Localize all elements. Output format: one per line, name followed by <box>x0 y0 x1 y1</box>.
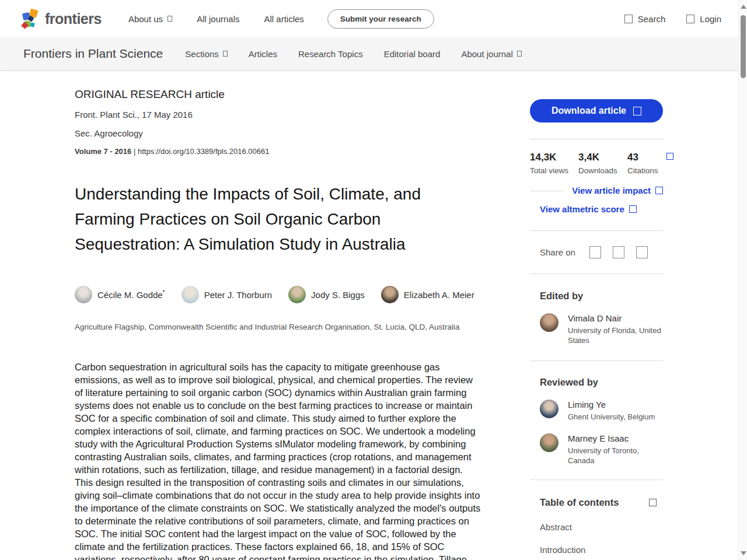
edited-by-heading: Edited by <box>540 290 676 302</box>
divider <box>530 139 663 139</box>
share-row: Share on <box>540 246 676 258</box>
editor-avatar <box>540 313 558 332</box>
reviewer-isaac[interactable]: Marney E Isaac University of Toronto, Ca… <box>540 433 676 466</box>
scrollbar-thumb[interactable] <box>741 15 746 78</box>
abstract-text: Carbon sequestration in agricultural soi… <box>75 360 483 560</box>
share-facebook-icon[interactable] <box>613 246 624 258</box>
metric-value: 43 <box>627 152 662 163</box>
login-button[interactable]: Login <box>686 14 721 24</box>
metric-value: 14,3K <box>530 152 578 163</box>
search-icon <box>624 15 633 23</box>
nav-sections[interactable]: Sections <box>185 49 228 59</box>
author-thorburn[interactable]: Peter J. Thorburn <box>181 286 272 303</box>
metrics-info-icon[interactable] <box>666 153 673 160</box>
author-name: Cécile M. Godde* <box>97 289 165 300</box>
author-godde[interactable]: Cécile M. Godde* <box>75 286 165 303</box>
person-name: Liming Ye <box>568 400 664 410</box>
chevron-down-icon <box>167 16 172 22</box>
external-link-icon <box>629 205 637 213</box>
divider: View article impact <box>530 191 663 191</box>
article-type-label: ORIGINAL RESEARCH article <box>75 88 499 101</box>
person-name: Vimala D Nair <box>568 313 664 323</box>
author-avatar <box>288 286 306 303</box>
metric-label: Downloads <box>578 166 627 175</box>
download-label: Download article <box>551 106 626 116</box>
editor-nair[interactable]: Vimala D Nair University of Florida, Uni… <box>540 313 676 345</box>
view-article-impact-link[interactable]: View article impact <box>564 186 663 195</box>
article-citation: Front. Plant Sci., 17 May 2016 <box>75 110 499 120</box>
download-icon <box>633 107 641 116</box>
nav-about-us[interactable]: About us <box>128 14 172 24</box>
link-label: View altmetric score <box>540 204 624 214</box>
nav-label: About journal <box>461 49 512 59</box>
metric-total-views: 14,3K Total views <box>530 152 578 175</box>
metric-label: Total views <box>530 166 578 175</box>
metric-value: 3,4K <box>578 152 627 163</box>
nav-articles[interactable]: Articles <box>249 49 277 59</box>
person-name: Marney E Isaac <box>568 433 664 443</box>
volume-doi-line: Volume 7 - 2016 | https://doi.org/10.338… <box>75 147 499 156</box>
author-name: Elizabeth A. Meier <box>404 290 474 300</box>
nav-all-journals[interactable]: All journals <box>197 14 239 24</box>
scrollbar[interactable] <box>738 0 747 560</box>
external-link-icon <box>655 187 663 194</box>
search-label: Search <box>638 14 666 24</box>
nav-label: About us <box>128 14 163 24</box>
article-section: Sec. Agroecology <box>75 128 499 138</box>
frontiers-logo[interactable]: frontiers <box>22 9 102 29</box>
nav-all-articles[interactable]: All articles <box>264 14 304 24</box>
article-column: ORIGINAL RESEARCH article Front. Plant S… <box>75 71 499 560</box>
person-affiliation: Ghent University, Belgium <box>568 412 664 422</box>
primary-nav: About us All journals All articles <box>128 14 304 24</box>
page-content: ORIGINAL RESEARCH article Front. Plant S… <box>0 71 747 560</box>
article-title: Understanding the Impacts of Soil, Clima… <box>75 181 483 257</box>
share-icons <box>589 246 648 258</box>
author-biggs[interactable]: Jody S. Biggs <box>288 286 365 303</box>
submit-research-button[interactable]: Submit your research <box>327 9 434 29</box>
search-button[interactable]: Search <box>624 14 666 24</box>
user-icon <box>686 15 694 23</box>
nav-about-journal[interactable]: About journal <box>461 49 521 59</box>
frontiers-logo-icon <box>22 9 40 29</box>
nav-label: Sections <box>185 49 219 59</box>
reviewed-by-heading: Reviewed by <box>540 377 676 388</box>
chevron-down-icon <box>223 51 228 57</box>
share-linkedin-icon[interactable] <box>636 246 648 258</box>
doi-link[interactable]: https://doi.org/10.3389/fpls.2016.00661 <box>138 147 270 156</box>
toc-item-abstract[interactable]: Abstract <box>540 522 676 532</box>
journal-title[interactable]: Frontiers in Plant Science <box>23 47 163 61</box>
nav-label: Articles <box>249 49 277 59</box>
top-header: frontiers About us All journals All arti… <box>0 0 747 37</box>
reviewer-avatar <box>540 400 558 418</box>
person-affiliation: University of Florida, United States <box>568 326 664 345</box>
divider <box>530 480 663 480</box>
journal-nav: Frontiers in Plant Science Sections Arti… <box>0 37 747 71</box>
author-name: Jody S. Biggs <box>311 290 365 300</box>
author-meier[interactable]: Elizabeth A. Meier <box>381 286 474 303</box>
view-altmetric-score-link[interactable]: View altmetric score <box>540 204 637 214</box>
nav-editorial-board[interactable]: Editorial board <box>384 49 441 59</box>
scroll-up-arrow[interactable] <box>741 5 746 9</box>
nav-label: Research Topics <box>298 49 363 59</box>
author-avatar <box>181 286 199 303</box>
scroll-down-arrow[interactable] <box>741 551 746 555</box>
metric-label: Citations <box>627 166 662 175</box>
journal-nav-items: Sections Articles Research Topics Editor… <box>185 49 522 59</box>
header-utility-nav: Search Login <box>624 14 721 24</box>
toc-item-introduction[interactable]: Introduction <box>540 545 676 555</box>
share-x-icon[interactable] <box>589 246 601 258</box>
metric-citations: 43 Citations <box>627 152 662 175</box>
download-article-button[interactable]: Download article <box>530 99 663 123</box>
nav-label: Editorial board <box>384 49 441 59</box>
edited-by-section: Edited by Vimala D Nair University of Fl… <box>540 290 676 345</box>
separator: | <box>134 147 135 156</box>
toc-collapse-icon[interactable] <box>649 499 657 506</box>
login-label: Login <box>700 14 721 24</box>
reviewed-by-section: Reviewed by Liming Ye Ghent University, … <box>540 377 676 466</box>
person-affiliation: University of Toronto, Canada <box>568 446 664 466</box>
toc-heading-row: Table of contents <box>540 497 657 508</box>
nav-label: All journals <box>197 14 239 24</box>
nav-research-topics[interactable]: Research Topics <box>298 49 363 59</box>
link-label: View article impact <box>572 186 651 195</box>
reviewer-ye[interactable]: Liming Ye Ghent University, Belgium <box>540 400 676 422</box>
